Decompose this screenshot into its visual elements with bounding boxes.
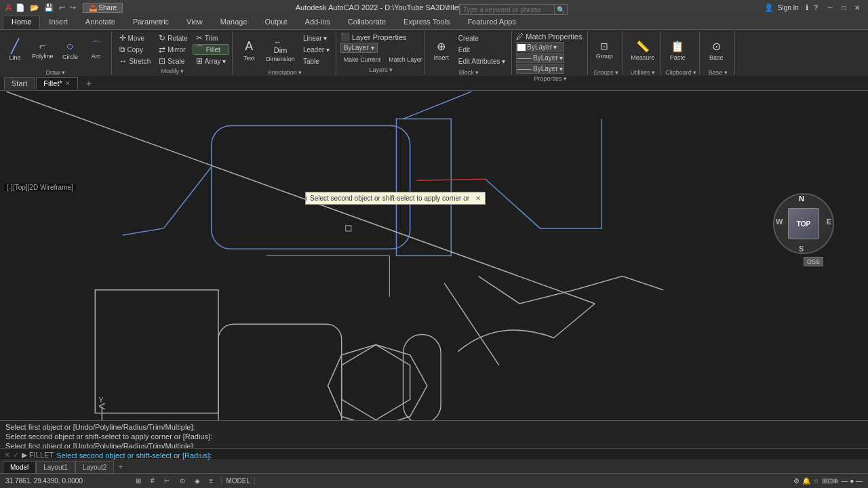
signin-icon[interactable]: 👤 [764,3,774,12]
cmd-ok-icon[interactable]: ✓ [13,451,19,460]
tab-collaborate[interactable]: Collaborate [339,16,395,29]
ws-tab-add[interactable]: + [114,461,127,473]
qat-save[interactable]: 💾 [44,3,54,12]
tab-home[interactable]: Home [3,16,40,29]
zoom-slider[interactable]: — ● — [841,477,863,485]
tab-express[interactable]: Express Tools [395,16,458,29]
btn-polyline[interactable]: ⌐ Polyline [28,33,57,68]
btn-stretch[interactable]: ↔ Stretch [116,56,155,66]
color-dropdown[interactable]: ByLayer▾ [516,42,564,52]
win-restore[interactable]: □ [838,3,849,12]
btn-linear[interactable]: Linear ▾ [300,33,333,43]
btn-copy[interactable]: ⧉ Copy [116,44,155,55]
lineweight-toggle[interactable]: ≡ [207,476,216,485]
btn-base[interactable]: ⊙ Base [704,33,728,68]
doc-tab-fillet[interactable]: Fillet* ✕ [36,77,78,89]
cmd-prefix: ▶ FILLET [22,451,54,460]
btn-scale[interactable]: ⊡ Scale [155,56,191,66]
command-input[interactable] [56,451,864,460]
share-btn[interactable]: 📤 Share [83,3,123,13]
btn-fillet[interactable]: ⌒ Fillet [193,44,230,55]
btn-circle[interactable]: ○ Circle [58,33,83,68]
layer-dropdown[interactable]: ByLayer ▾ [340,43,378,53]
btn-text[interactable]: A Text [237,33,261,68]
polar-toggle[interactable]: ⊙ [177,476,188,485]
btn-edit-attributes[interactable]: Edit Attributes ▾ [455,56,509,66]
btn-group[interactable]: ⊡ Group [592,33,616,68]
win-minimize[interactable]: ─ [825,3,835,12]
svg-rect-11 [403,334,441,423]
doc-tabs: Start Fillet* ✕ + [0,76,868,91]
viewcube[interactable]: N S E W TOP [773,193,834,254]
grid-toggle[interactable]: # [148,476,157,485]
doc-tab-new[interactable]: + [79,77,98,89]
btn-dimension[interactable]: ↔Dim Dimension [262,33,298,68]
app-icon: A [5,2,12,13]
win-close[interactable]: ✕ [852,3,863,12]
viewcube-box[interactable]: TOP [788,208,819,239]
linetype-dropdown[interactable]: —— ByLayer▾ [516,53,564,63]
layer-props-btn[interactable]: ⬛ Layer Properties [340,33,407,41]
btn-mirror[interactable]: ⇄ Mirror [155,44,191,55]
tab-addins[interactable]: Add-ins [296,16,339,29]
tab-parametric[interactable]: Parametric [124,16,178,29]
doc-tab-start[interactable]: Start [4,77,35,89]
coordinates: 31.7861, 29.4390, 0.0000 [5,477,127,485]
ortho-toggle[interactable]: ⊢ [161,476,173,485]
canvas-area[interactable]: [-][Top][2D Wireframe] [0,92,868,447]
ribbon-group-groups: ⊡ Group Groups ▾ [589,31,623,75]
search-bar[interactable]: 🔍 [459,4,568,15]
drawing-canvas[interactable]: Y X ✕ [0,92,868,447]
btn-line[interactable]: ╱ Line [3,33,27,68]
ws-tab-layout1[interactable]: Layout1 [36,461,75,473]
tab-featured[interactable]: Featured Apps [458,16,525,29]
btn-create-block[interactable]: Create [455,33,509,43]
info-icon[interactable]: ℹ [806,3,808,12]
tab-view[interactable]: View [178,16,212,29]
workspace-icon[interactable]: ⚙ [793,477,800,485]
btn-measure[interactable]: 📏 Measure [627,33,658,68]
doc-tab-close[interactable]: ✕ [65,80,71,87]
qat-new[interactable]: 📄 [16,3,25,12]
btn-match-layer[interactable]: Match Layer [385,54,426,65]
draw-group-label: Draw ▾ [3,68,108,76]
match-properties-btn[interactable]: 🖊 Match Properties [516,33,582,41]
osnap-toggle[interactable]: ◈ [192,476,203,485]
btn-rotate[interactable]: ↻ Rotate [155,33,191,43]
tab-output[interactable]: Output [256,16,296,29]
snap-toggle[interactable]: ⊞ [133,476,144,485]
tooltip-close[interactable]: ✕ [475,195,481,202]
btn-paste[interactable]: 📋 Paste [665,33,690,68]
btn-arc[interactable]: ⌒ Arc [84,33,108,68]
btn-array[interactable]: ⊞ Array ▾ [193,56,230,66]
btn-make-current[interactable]: Make Current [340,54,384,65]
tab-insert[interactable]: Insert [40,16,77,29]
cmd-cancel-icon[interactable]: ✕ [4,451,10,460]
btn-trim[interactable]: ✂ Trim [193,33,230,43]
btn-edit-block[interactable]: Edit [455,44,509,55]
help-icon[interactable]: ? [814,3,818,12]
ws-tab-layout2[interactable]: Layout2 [75,461,115,473]
search-icon[interactable]: 🔍 [555,6,567,14]
compass-north: N [799,195,804,203]
btn-leader[interactable]: Leader ▾ [300,44,333,55]
move-icon: ✛ [119,33,126,43]
tab-manage[interactable]: Manage [212,16,256,29]
btn-insert[interactable]: ⊕ Insert [429,33,454,68]
lineweight-dropdown[interactable]: —— ByLayer▾ [516,64,564,74]
qat-redo[interactable]: ↪ [70,3,76,12]
tab-annotate[interactable]: Annotate [77,16,124,29]
signin-label[interactable]: Sign In [778,4,799,12]
model-view-icons[interactable]: ⊞⊡⊕ [822,477,838,485]
btn-move[interactable]: ✛ Move [116,33,155,43]
ws-tab-model[interactable]: Model [3,461,36,473]
arc-icon: ⌒ [91,41,102,52]
search-input[interactable] [460,4,555,15]
svg-marker-9 [342,345,410,420]
isolate-icon[interactable]: ☆ [813,477,819,485]
qat-undo[interactable]: ↩ [59,3,65,12]
btn-table[interactable]: Table [300,56,333,66]
qat-open[interactable]: 📂 [30,3,39,12]
oss-button[interactable]: OSS [804,257,823,266]
anno-monitor[interactable]: 🔔 [802,477,810,485]
